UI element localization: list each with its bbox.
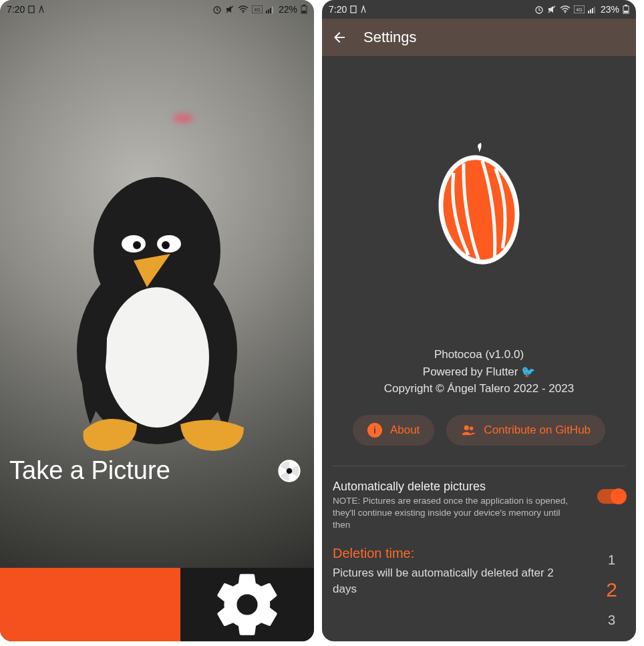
- deletion-time-setting: Deletion time: Pictures will be automati…: [333, 546, 625, 634]
- deletion-sub: Pictures will be automatically deleted a…: [333, 565, 560, 597]
- auto-delete-setting: Automatically delete pictures NOTE: Pict…: [333, 476, 625, 542]
- picker-selected[interactable]: 2: [606, 574, 617, 606]
- auto-delete-note: NOTE: Pictures are erased once the appli…: [333, 495, 573, 532]
- capture-button[interactable]: [0, 568, 180, 641]
- status-misc-icon: [360, 5, 367, 13]
- status-battery: 22%: [279, 4, 297, 15]
- wifi-icon: [560, 5, 571, 13]
- battery-icon: [301, 5, 307, 14]
- contribute-button[interactable]: Contribute on GitHub: [446, 415, 605, 446]
- copyright: Copyright © Ángel Talero 2022 - 2023: [384, 380, 574, 397]
- deletion-picker[interactable]: 1 2 3: [606, 546, 625, 634]
- svg-rect-34: [625, 5, 627, 6]
- people-icon: [461, 423, 476, 438]
- cocoa-icon: [429, 143, 529, 270]
- picker-option[interactable]: 1: [608, 546, 615, 574]
- svg-rect-9: [272, 7, 273, 13]
- settings-screen: 7:20 4G 23% Settings: [322, 0, 636, 641]
- svg-point-26: [565, 12, 566, 13]
- svg-rect-0: [29, 6, 34, 13]
- wifi-icon: [238, 5, 249, 13]
- picker-option[interactable]: 3: [608, 606, 615, 634]
- camera-viewfinder[interactable]: Take a Picture: [0, 0, 314, 568]
- svg-point-15: [105, 287, 209, 428]
- svg-rect-23: [351, 6, 356, 13]
- info-icon: i: [367, 423, 382, 438]
- app-info: Photocoa (v1.0.0) Powered by Flutter 🐦 C…: [384, 346, 574, 397]
- status-time: 7:20: [7, 4, 25, 15]
- page-title: Settings: [363, 29, 417, 46]
- powered-by: Powered by Flutter 🐦: [384, 363, 574, 381]
- auto-delete-title: Automatically delete pictures: [333, 480, 573, 494]
- chip-row: i About Contribute on GitHub: [353, 415, 605, 446]
- svg-rect-35: [624, 11, 628, 13]
- lte-icon: 4G: [252, 5, 263, 13]
- svg-point-21: [287, 468, 293, 474]
- take-picture-label: Take a Picture: [9, 456, 170, 485]
- svg-point-3: [243, 12, 244, 13]
- svg-rect-32: [594, 7, 595, 13]
- mute-icon: [225, 5, 234, 14]
- app-logo: [429, 143, 529, 273]
- camera-label-bar: Take a Picture: [0, 456, 314, 494]
- svg-rect-29: [588, 11, 589, 13]
- gear-icon: [210, 568, 284, 641]
- app-version: Photocoa (v1.0.0): [384, 346, 574, 363]
- svg-point-19: [162, 241, 170, 249]
- svg-point-38: [464, 425, 469, 430]
- camera-preview-subject: [43, 137, 271, 458]
- bottom-bar: [0, 568, 314, 641]
- lte-icon: 4G: [574, 5, 585, 13]
- settings-body: Photocoa (v1.0.0) Powered by Flutter 🐦 C…: [322, 56, 636, 641]
- app-bar: Settings: [322, 19, 636, 56]
- svg-text:4G: 4G: [254, 7, 260, 12]
- svg-rect-8: [270, 8, 271, 13]
- svg-rect-12: [302, 11, 306, 13]
- status-bar: 7:20 4G 23%: [322, 0, 636, 19]
- svg-rect-6: [266, 11, 267, 13]
- svg-point-39: [470, 426, 474, 430]
- svg-rect-11: [303, 5, 305, 6]
- status-misc-icon: [38, 5, 45, 13]
- divider: [333, 466, 625, 466]
- about-button[interactable]: i About: [353, 415, 434, 446]
- shutter-icon[interactable]: [278, 460, 301, 482]
- status-card-icon: [350, 5, 357, 13]
- focus-indicator: [173, 114, 193, 123]
- status-bar: 7:20 4G 22%: [0, 0, 314, 19]
- svg-rect-7: [268, 9, 269, 13]
- signal-icon: [588, 5, 597, 13]
- svg-rect-30: [590, 9, 591, 13]
- auto-delete-switch[interactable]: [597, 489, 625, 504]
- back-icon[interactable]: [331, 29, 347, 45]
- settings-button[interactable]: [180, 568, 314, 641]
- battery-icon: [623, 5, 629, 14]
- alarm-icon: [212, 5, 222, 14]
- alarm-icon: [534, 5, 544, 14]
- camera-screen: 7:20 4G 22%: [0, 0, 314, 641]
- deletion-heading: Deletion time:: [333, 546, 560, 561]
- svg-rect-31: [592, 8, 593, 13]
- svg-point-18: [133, 241, 141, 249]
- status-battery: 23%: [601, 4, 619, 15]
- status-time: 7:20: [329, 4, 347, 15]
- about-label: About: [390, 424, 420, 437]
- mute-icon: [547, 5, 556, 14]
- status-card-icon: [28, 5, 35, 13]
- signal-icon: [266, 5, 275, 13]
- svg-text:4G: 4G: [576, 7, 582, 12]
- svg-point-22: [236, 594, 257, 615]
- contribute-label: Contribute on GitHub: [484, 424, 591, 437]
